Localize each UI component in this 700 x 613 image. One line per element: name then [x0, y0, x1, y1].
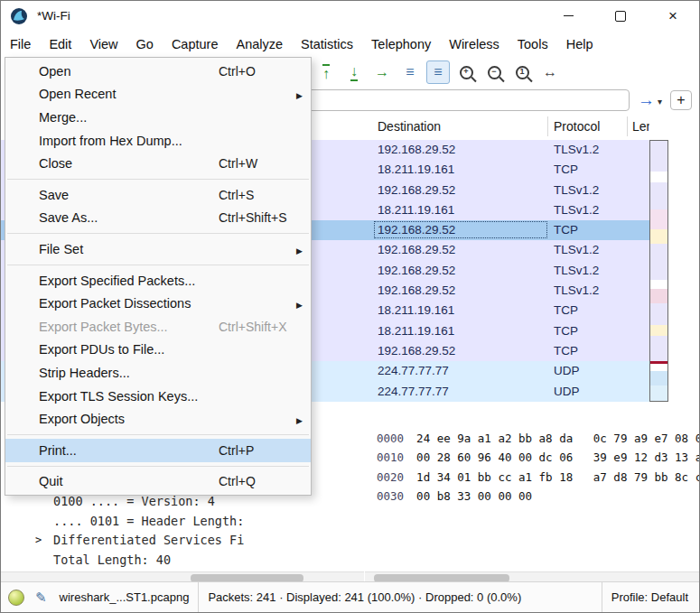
menubar-item-telephony[interactable]: Telephony — [362, 34, 440, 54]
packet-destination: 192.168.29.52 — [378, 261, 455, 281]
submenu-arrow-icon — [296, 296, 303, 311]
column-separator — [547, 116, 548, 136]
minimap-segment — [650, 280, 667, 289]
window-controls: × — [542, 1, 699, 31]
colorize-packets-icon[interactable]: ≡ — [426, 60, 450, 84]
packet-destination: 192.168.29.52 — [378, 140, 455, 160]
menubar: FileEditViewGoCaptureAnalyzeStatisticsTe… — [1, 31, 699, 57]
packet-destination: 224.77.77.77 — [378, 382, 449, 402]
auto-scroll-icon[interactable]: ≡ — [398, 60, 422, 84]
minimap-segment — [650, 244, 667, 280]
hex-row[interactable]: 003000 b8 33 00 00 00 — [365, 487, 700, 506]
menubar-item-help[interactable]: Help — [557, 34, 602, 54]
capture-comment-icon[interactable] — [35, 590, 47, 606]
menu-item-print[interactable]: Print...Ctrl+P — [5, 439, 311, 462]
packet-destination: 192.168.29.52 — [378, 341, 455, 361]
minimap-segment — [650, 364, 667, 371]
packet-destination: 192.168.29.52 — [378, 181, 455, 200]
maximize-button[interactable] — [594, 1, 647, 31]
packet-destination: 18.211.19.161 — [378, 321, 454, 341]
menubar-item-tools[interactable]: Tools — [509, 34, 557, 54]
packet-destination: 224.77.77.77 — [378, 361, 449, 381]
hex-offset: 0010 — [377, 450, 404, 464]
packet-destination: 192.168.29.52 — [378, 220, 455, 240]
menubar-item-edit[interactable]: Edit — [40, 34, 80, 54]
titlebar: *Wi-Fi × — [1, 1, 699, 31]
resize-columns-icon[interactable]: ↔ — [538, 60, 562, 84]
menubar-item-capture[interactable]: Capture — [163, 34, 228, 54]
menu-item-save[interactable]: SaveCtrl+S — [5, 183, 311, 207]
zoom-out-icon[interactable]: − — [482, 60, 506, 84]
packet-destination: 192.168.29.52 — [378, 240, 455, 260]
minimap-segment — [650, 336, 667, 361]
packet-destination: 18.211.19.161 — [378, 301, 454, 320]
go-last-packet-icon[interactable]: ↓ — [342, 60, 366, 84]
statusbar-separator — [602, 582, 602, 612]
menu-item-export-objects[interactable]: Export Objects — [5, 407, 311, 431]
menubar-item-wireless[interactable]: Wireless — [440, 34, 509, 54]
menu-item-export-packet-dissections[interactable]: Export Packet Dissections — [5, 292, 311, 315]
hex-row[interactable]: 001000 28 60 96 40 00 dc 06 39 e9 12 d3 … — [365, 448, 700, 467]
packet-protocol: TLSv1.2 — [554, 181, 599, 200]
minimap-segment — [650, 209, 667, 229]
detail-line[interactable]: >Differentiated Services Fi — [1, 531, 364, 551]
wireshark-window: *Wi-Fi × FileEditViewGoCaptureAnalyzeSta… — [0, 0, 700, 613]
menu-item-open-recent[interactable]: Open Recent — [5, 83, 311, 107]
hex-row[interactable]: 00201d 34 01 bb cc a1 fb 18 a7 d8 79 bb … — [365, 468, 700, 487]
wireshark-logo-icon — [10, 7, 28, 25]
profile-selector[interactable]: Profile: Default — [611, 590, 688, 604]
capture-filename: wireshark_...ST1.pcapng — [60, 590, 190, 604]
menu-item-open[interactable]: OpenCtrl+O — [5, 60, 311, 83]
minimap-segment — [650, 385, 667, 402]
menubar-item-go[interactable]: Go — [127, 34, 163, 54]
menu-item-strip-headers[interactable]: Strip Headers... — [5, 361, 311, 385]
detail-line[interactable]: .... 0101 = Header Length: — [1, 512, 364, 532]
menubar-item-file[interactable]: File — [1, 34, 40, 54]
menu-item-close[interactable]: CloseCtrl+W — [5, 152, 311, 175]
menu-item-save-as[interactable]: Save As...Ctrl+Shift+S — [5, 207, 311, 230]
hex-offset: 0030 — [377, 489, 404, 503]
go-first-packet-icon[interactable]: ↑ — [314, 60, 338, 84]
packet-protocol: TCP — [554, 321, 578, 341]
packet-protocol: TLSv1.2 — [554, 261, 599, 281]
submenu-arrow-icon — [296, 87, 303, 101]
close-button[interactable]: × — [647, 1, 699, 31]
filter-dropdown-caret-icon — [658, 92, 662, 108]
packet-protocol: TLSv1.2 — [554, 281, 599, 301]
apply-filter-button[interactable] — [635, 91, 665, 109]
hex-row[interactable]: 000024 ee 9a a1 a2 bb a8 da 0c 79 a9 e7 … — [365, 429, 700, 448]
go-to-packet-icon[interactable]: → — [370, 60, 394, 84]
menu-item-export-specified-packets[interactable]: Export Specified Packets... — [5, 269, 311, 293]
packet-list-scrollbar-minimap[interactable] — [649, 140, 668, 402]
menu-item-import-from-hex-dump[interactable]: Import from Hex Dump... — [5, 129, 311, 153]
menu-item-quit[interactable]: QuitCtrl+Q — [5, 470, 311, 494]
column-header-length[interactable]: Length — [632, 113, 649, 140]
menu-separator — [7, 233, 309, 234]
hex-offset: 0020 — [377, 470, 404, 484]
column-header-protocol[interactable]: Protocol — [554, 113, 624, 140]
packet-protocol: TCP — [554, 160, 578, 180]
tree-expander-icon[interactable]: > — [35, 531, 42, 551]
packet-counts-text: Packets: 241 · Displayed: 241 (100.0%) ·… — [208, 590, 521, 604]
menu-item-merge[interactable]: Merge... — [5, 106, 311, 129]
minimap-segment — [650, 371, 667, 385]
menu-item-export-tls-session-keys[interactable]: Export TLS Session Keys... — [5, 385, 311, 408]
menubar-item-view[interactable]: View — [80, 34, 126, 54]
minimap-segment — [650, 289, 667, 303]
packet-protocol: UDP — [554, 361, 580, 381]
menubar-item-analyze[interactable]: Analyze — [227, 34, 292, 54]
add-filter-button[interactable]: + — [670, 90, 692, 110]
zoom-in-icon[interactable]: + — [454, 60, 478, 84]
column-header-destination[interactable]: Destination — [378, 113, 540, 140]
expert-info-icon[interactable] — [8, 590, 24, 606]
packet-protocol: TLSv1.2 — [554, 140, 599, 160]
maximize-icon — [615, 11, 626, 22]
menu-item-export-pdus-to-file[interactable]: Export PDUs to File... — [5, 339, 311, 362]
menubar-item-statistics[interactable]: Statistics — [292, 34, 362, 54]
menu-separator — [7, 265, 309, 265]
minimize-button[interactable] — [542, 1, 594, 31]
zoom-100-icon[interactable]: 1 — [510, 60, 534, 84]
detail-line[interactable]: Total Length: 40 — [1, 551, 364, 571]
minimap-segment — [650, 325, 667, 336]
menu-item-file-set[interactable]: File Set — [5, 237, 311, 261]
